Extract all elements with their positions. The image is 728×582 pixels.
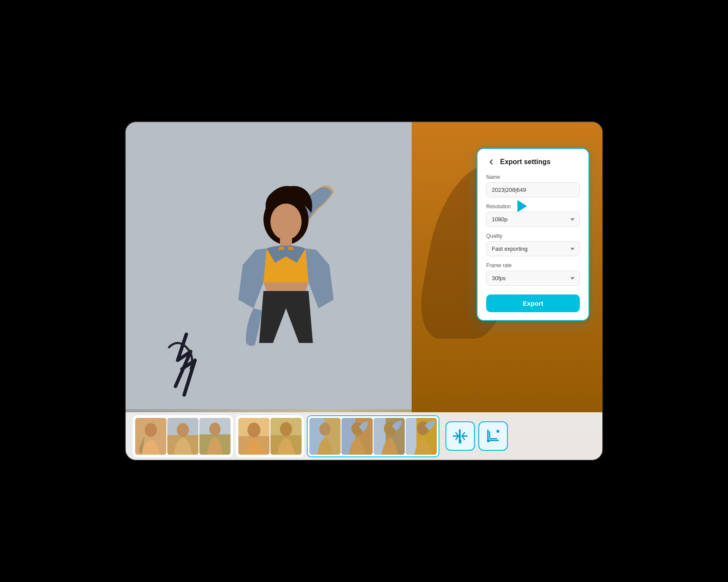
back-button[interactable] (486, 157, 497, 167)
resolution-label: Resolution (486, 204, 580, 210)
svg-point-10 (209, 423, 221, 436)
quality-select[interactable]: Fast exporting Standard High Quality (486, 241, 580, 256)
panel-title: Export settings (500, 158, 550, 166)
framerate-field-group: Frame rate 24fps 30fps 60fps (486, 262, 580, 286)
tool-buttons (445, 421, 508, 451)
svg-point-16 (280, 422, 292, 436)
svg-point-7 (177, 423, 189, 437)
crop-tool-button[interactable] (478, 421, 508, 451)
clip-thumb-3 (199, 418, 231, 455)
timeline-strip (126, 412, 602, 460)
clip-group-3[interactable] (307, 415, 439, 457)
clip-group-2[interactable] (236, 415, 304, 457)
framerate-label: Frame rate (486, 262, 580, 268)
svg-point-13 (247, 423, 260, 437)
clip-thumb-4 (238, 418, 270, 455)
clip-thumb-2 (167, 418, 198, 455)
clip-thumb-7 (341, 418, 373, 455)
resolution-field-group: Resolution 720p 1080p 4K (486, 204, 580, 227)
clip-thumb-9 (406, 418, 437, 455)
framerate-select[interactable]: 24fps 30fps 60fps (486, 271, 580, 286)
quality-label: Quality (486, 233, 580, 239)
person-figure (195, 178, 377, 412)
clip-thumb-8 (374, 418, 405, 455)
svg-rect-30 (487, 440, 490, 442)
name-input[interactable] (486, 182, 580, 197)
svg-rect-31 (497, 430, 499, 433)
device-frame: Export settings Name Resolution 720p 108… (126, 122, 602, 460)
clip-thumb-6 (309, 418, 341, 455)
quality-field-group: Quality Fast exporting Standard High Qua… (486, 233, 580, 256)
svg-point-1 (270, 204, 302, 240)
export-button[interactable]: Export (486, 294, 580, 312)
clip-thumb-1 (135, 418, 166, 455)
svg-point-4 (145, 423, 157, 437)
cursor-arrow-icon (517, 200, 527, 212)
svg-point-19 (319, 423, 331, 436)
quality-select-wrapper: Fast exporting Standard High Quality (486, 241, 580, 256)
name-field-group: Name (486, 174, 580, 197)
clip-group-1[interactable] (133, 415, 233, 457)
export-settings-panel: Export settings Name Resolution 720p 108… (477, 148, 589, 321)
split-tool-button[interactable] (445, 421, 475, 451)
framerate-select-wrapper: 24fps 30fps 60fps (486, 271, 580, 286)
panel-header: Export settings (486, 157, 580, 167)
resolution-select-wrapper: 720p 1080p 4K (486, 212, 580, 227)
main-content: Export settings Name Resolution 720p 108… (126, 122, 602, 460)
resolution-select[interactable]: 720p 1080p 4K (486, 212, 580, 227)
name-label: Name (486, 174, 580, 180)
clip-thumb-5 (270, 418, 302, 455)
